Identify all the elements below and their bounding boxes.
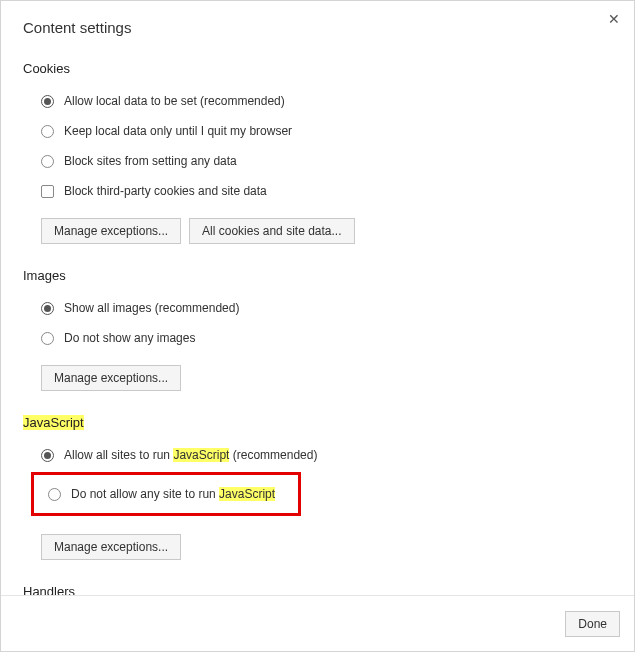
- section-handlers: Handlers: [23, 584, 612, 595]
- section-images: Images Show all images (recommended) Do …: [23, 268, 612, 391]
- cookies-opt-allow[interactable]: Allow local data to be set (recommended): [23, 88, 612, 114]
- option-label: Allow all sites to run JavaScript (recom…: [64, 448, 317, 462]
- radio-icon[interactable]: [41, 125, 54, 138]
- javascript-opt-block[interactable]: Do not allow any site to run JavaScript: [38, 481, 294, 507]
- radio-icon[interactable]: [41, 332, 54, 345]
- manage-exceptions-button[interactable]: Manage exceptions...: [41, 218, 181, 244]
- done-button[interactable]: Done: [565, 611, 620, 637]
- section-heading-javascript: JavaScript: [23, 415, 84, 430]
- cookies-opt-thirdparty[interactable]: Block third-party cookies and site data: [23, 178, 612, 204]
- cookies-opt-session[interactable]: Keep local data only until I quit my bro…: [23, 118, 612, 144]
- option-label: Keep local data only until I quit my bro…: [64, 124, 292, 138]
- radio-icon[interactable]: [41, 449, 54, 462]
- content-scroll[interactable]: Cookies Allow local data to be set (reco…: [1, 49, 634, 595]
- highlight-text: JavaScript: [173, 448, 229, 462]
- section-javascript: JavaScript Allow all sites to run JavaSc…: [23, 415, 612, 560]
- radio-icon[interactable]: [48, 488, 61, 501]
- highlighted-option-box: Do not allow any site to run JavaScript: [31, 472, 301, 516]
- images-opt-hide[interactable]: Do not show any images: [23, 325, 612, 351]
- option-label: Show all images (recommended): [64, 301, 239, 315]
- dialog-footer: Done: [1, 595, 634, 651]
- section-heading-cookies: Cookies: [23, 61, 70, 76]
- label-part: Allow all sites to run: [64, 448, 173, 462]
- checkbox-icon[interactable]: [41, 185, 54, 198]
- label-part: (recommended): [229, 448, 317, 462]
- option-label: Do not allow any site to run JavaScript: [71, 487, 275, 501]
- images-opt-show[interactable]: Show all images (recommended): [23, 295, 612, 321]
- option-label: Block sites from setting any data: [64, 154, 237, 168]
- manage-exceptions-button[interactable]: Manage exceptions...: [41, 365, 181, 391]
- close-icon[interactable]: ✕: [608, 11, 620, 27]
- option-label: Allow local data to be set (recommended): [64, 94, 285, 108]
- javascript-opt-allow[interactable]: Allow all sites to run JavaScript (recom…: [23, 442, 612, 468]
- dialog-title: Content settings: [1, 1, 634, 46]
- option-label: Block third-party cookies and site data: [64, 184, 267, 198]
- option-label: Do not show any images: [64, 331, 195, 345]
- highlight-text: JavaScript: [219, 487, 275, 501]
- section-heading-handlers: Handlers: [23, 584, 75, 595]
- manage-exceptions-button[interactable]: Manage exceptions...: [41, 534, 181, 560]
- radio-icon[interactable]: [41, 95, 54, 108]
- section-cookies: Cookies Allow local data to be set (reco…: [23, 61, 612, 244]
- all-cookies-button[interactable]: All cookies and site data...: [189, 218, 354, 244]
- section-heading-images: Images: [23, 268, 66, 283]
- cookies-opt-block[interactable]: Block sites from setting any data: [23, 148, 612, 174]
- label-part: Do not allow any site to run: [71, 487, 219, 501]
- radio-icon[interactable]: [41, 155, 54, 168]
- radio-icon[interactable]: [41, 302, 54, 315]
